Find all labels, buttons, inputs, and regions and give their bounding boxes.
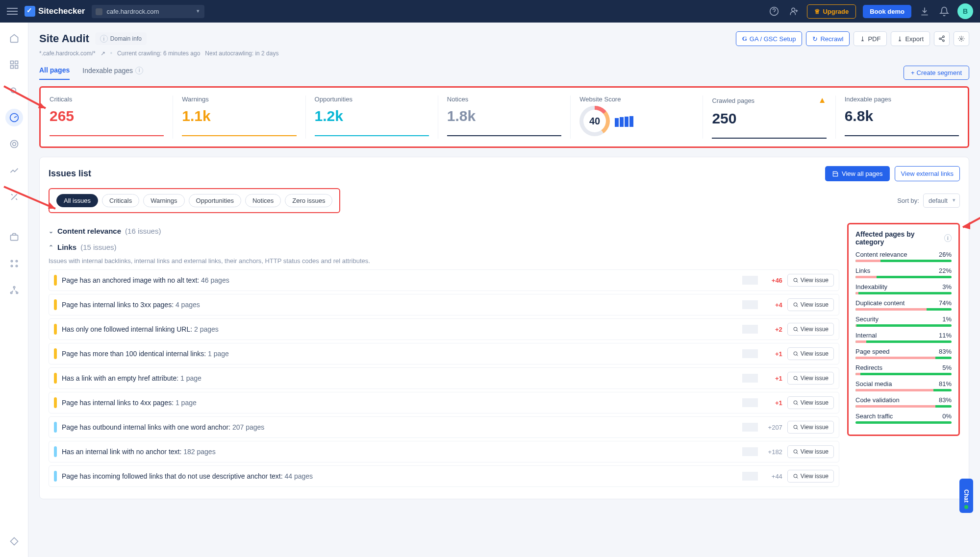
sparkline bbox=[742, 300, 758, 309]
dashboard-icon[interactable] bbox=[5, 56, 23, 73]
download-icon[interactable] bbox=[918, 5, 931, 18]
avatar[interactable]: B bbox=[957, 3, 973, 19]
gear-button[interactable] bbox=[954, 31, 969, 46]
view-all-pages-button[interactable]: View all pages bbox=[825, 166, 890, 181]
add-user-icon[interactable] bbox=[787, 5, 800, 18]
category-row[interactable]: Code validation83% bbox=[855, 396, 952, 408]
chat-button[interactable]: Chat bbox=[959, 479, 973, 513]
view-external-button[interactable]: View external links bbox=[895, 166, 960, 181]
stat-criticals[interactable]: Criticals 265 bbox=[41, 96, 173, 139]
svg-rect-9 bbox=[10, 235, 18, 241]
recrawl-button[interactable]: ↻ Recrawl bbox=[806, 31, 850, 46]
diamond-icon[interactable] bbox=[5, 533, 23, 550]
trend-icon[interactable] bbox=[5, 162, 23, 179]
filter-chip-opportunities[interactable]: Opportunities bbox=[189, 194, 241, 207]
category-row[interactable]: Indexability3% bbox=[855, 283, 952, 294]
category-row[interactable]: Search traffic0% bbox=[855, 412, 952, 424]
filter-chip-criticals[interactable]: Criticals bbox=[102, 194, 139, 207]
main-content: Site Audit i Domain info GGA / GSC Setup… bbox=[28, 23, 980, 557]
topbar: Sitechecker cafe.hardrock.com ♕ Upgrade … bbox=[0, 0, 980, 23]
share-button[interactable] bbox=[934, 31, 950, 46]
issue-row: Page has outbound internal links with on… bbox=[49, 416, 839, 438]
domain-info-button[interactable]: i Domain info bbox=[95, 32, 147, 45]
external-link-icon[interactable]: ↗ bbox=[101, 50, 105, 57]
category-row[interactable]: Redirects5% bbox=[855, 364, 952, 375]
severity-dot bbox=[54, 471, 57, 482]
group-toggle[interactable]: ⌃Links (15 issues) bbox=[49, 239, 839, 255]
category-row[interactable]: Content relevance26% bbox=[855, 251, 952, 262]
group-toggle[interactable]: ⌄Content relevance (16 issues) bbox=[49, 223, 839, 239]
network-icon[interactable] bbox=[5, 281, 23, 299]
issues-groups: ⌄Content relevance (16 issues)⌃Links (15… bbox=[49, 223, 839, 490]
category-row[interactable]: Duplicate content74% bbox=[855, 299, 952, 311]
severity-dot bbox=[54, 324, 57, 335]
svg-point-7 bbox=[10, 141, 18, 148]
help-icon[interactable] bbox=[768, 5, 780, 18]
issues-panel: Issues list View all pages View external… bbox=[39, 157, 969, 499]
filter-chip-warnings[interactable]: Warnings bbox=[143, 194, 184, 207]
sort-dropdown[interactable]: default bbox=[923, 194, 960, 208]
tab-indexable-pages[interactable]: Indexable pages i bbox=[82, 66, 143, 80]
home-icon[interactable] bbox=[5, 29, 23, 47]
svg-point-28 bbox=[794, 450, 797, 453]
filter-chip-notices[interactable]: Notices bbox=[245, 194, 281, 207]
apps-icon[interactable] bbox=[5, 255, 23, 272]
site-audit-icon[interactable] bbox=[5, 109, 23, 126]
view-issue-button[interactable]: View issue bbox=[787, 323, 834, 336]
create-segment-button[interactable]: +Create segment bbox=[904, 66, 969, 80]
view-issue-button[interactable]: View issue bbox=[787, 421, 834, 434]
sub-header: *.cafe.hardrock.com/* ↗ • Current crawli… bbox=[39, 50, 969, 57]
stat-opportunities[interactable]: Opportunities 1.2k bbox=[306, 96, 438, 139]
svg-point-8 bbox=[12, 143, 16, 146]
book-demo-button[interactable]: Book demo bbox=[863, 5, 911, 18]
svg-point-23 bbox=[794, 327, 797, 331]
category-row[interactable]: Security1% bbox=[855, 315, 952, 327]
upgrade-button[interactable]: ♕ Upgrade bbox=[807, 4, 856, 19]
magic-icon[interactable] bbox=[5, 188, 23, 206]
stat-notices[interactable]: Notices 1.8k bbox=[438, 96, 571, 139]
filter-chip-all-issues[interactable]: All issues bbox=[56, 194, 98, 207]
issue-row: Page has incoming followed links that do… bbox=[49, 465, 839, 487]
view-issue-button[interactable]: View issue bbox=[787, 396, 834, 409]
issue-title: Has a link with an empty href attribute:… bbox=[62, 374, 737, 382]
view-issue-button[interactable]: View issue bbox=[787, 298, 834, 311]
view-issue-button[interactable]: View issue bbox=[787, 274, 834, 287]
stat-indexable-pages[interactable]: Indexable pages 6.8k bbox=[836, 96, 968, 139]
stat-website-score[interactable]: Website Score 40 bbox=[571, 96, 703, 139]
svg-point-11 bbox=[16, 260, 17, 262]
crown-icon: ♕ bbox=[814, 8, 820, 15]
svg-point-13 bbox=[16, 265, 17, 266]
severity-dot bbox=[54, 446, 57, 457]
rank-icon[interactable] bbox=[5, 135, 23, 153]
pdf-button[interactable]: ⤓ PDF bbox=[854, 31, 887, 46]
stat-warnings[interactable]: Warnings 1.1k bbox=[173, 96, 305, 139]
hamburger-icon[interactable] bbox=[7, 6, 18, 17]
view-issue-button[interactable]: View issue bbox=[787, 347, 834, 360]
category-row[interactable]: Page speed83% bbox=[855, 348, 952, 359]
category-row[interactable]: Links22% bbox=[855, 267, 952, 278]
category-row[interactable]: Internal11% bbox=[855, 332, 952, 343]
site-name: cafe.hardrock.com bbox=[106, 8, 159, 15]
site-dropdown[interactable]: cafe.hardrock.com bbox=[92, 5, 204, 18]
svg-rect-2 bbox=[10, 61, 13, 64]
export-button[interactable]: ⤓ Export bbox=[891, 31, 930, 46]
filter-chips: All issuesCriticalsWarningsOpportunities… bbox=[49, 188, 340, 213]
ga-gsc-button[interactable]: GGA / GSC Setup bbox=[736, 31, 803, 46]
bell-icon[interactable] bbox=[938, 5, 951, 18]
view-issue-button[interactable]: View issue bbox=[787, 372, 834, 385]
stat-crawled-pages[interactable]: Crawled pages▲ 250 bbox=[703, 96, 835, 139]
info-icon[interactable]: i bbox=[944, 234, 952, 242]
view-issue-button[interactable]: View issue bbox=[787, 445, 834, 458]
issue-row: Has an internal link with no anchor text… bbox=[49, 441, 839, 462]
sort-label: Sort by: bbox=[897, 197, 919, 204]
briefcase-icon[interactable] bbox=[5, 228, 23, 246]
category-row[interactable]: Social media81% bbox=[855, 380, 952, 391]
sparkline bbox=[742, 398, 758, 407]
severity-dot bbox=[54, 373, 57, 384]
tab-all-pages[interactable]: All pages bbox=[39, 66, 70, 80]
monitor-search-icon[interactable] bbox=[5, 82, 23, 100]
issue-title: Page has outbound internal links with on… bbox=[62, 423, 737, 431]
filter-chip-zero-issues[interactable]: Zero issues bbox=[285, 194, 332, 207]
view-issue-button[interactable]: View issue bbox=[787, 470, 834, 483]
page-header: Site Audit i Domain info GGA / GSC Setup… bbox=[39, 31, 969, 46]
